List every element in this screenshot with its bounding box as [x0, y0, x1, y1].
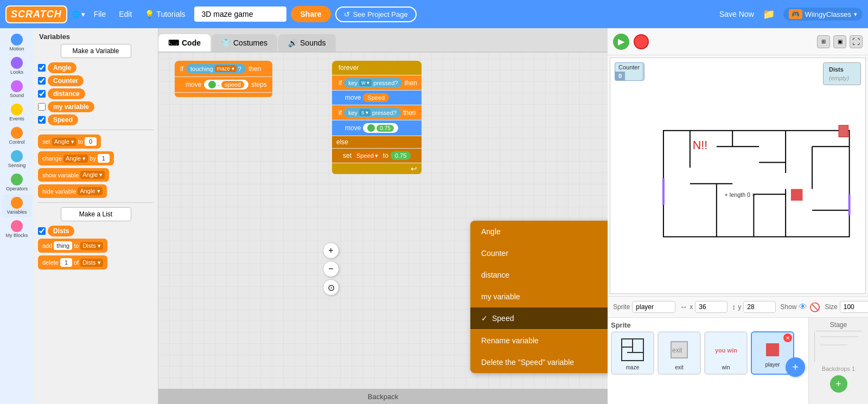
- change-var-dropdown[interactable]: Angle ▾: [63, 155, 88, 163]
- sprites-list-panel: Sprite maze: [608, 318, 808, 404]
- category-operators[interactable]: Operators: [2, 171, 32, 194]
- save-now-button[interactable]: Save Now: [719, 10, 754, 18]
- green-flag-button[interactable]: ▶: [613, 34, 629, 50]
- sprite-size-input[interactable]: [840, 301, 868, 313]
- see-project-button[interactable]: ↺ See Project Page: [335, 7, 416, 22]
- zoom-fit-button[interactable]: ⊙: [323, 279, 339, 296]
- add-backdrop-button[interactable]: +: [830, 375, 847, 393]
- sprite-x-input[interactable]: [695, 301, 727, 313]
- ctx-speed[interactable]: ✓ Speed: [470, 307, 608, 329]
- category-control[interactable]: Control: [2, 125, 32, 147]
- var-badge-angle[interactable]: Angle: [48, 62, 76, 73]
- make-list-button[interactable]: Make a List: [61, 207, 131, 221]
- ctx-rename[interactable]: Rename variable: [470, 329, 608, 351]
- var-row-myvariable: my variable: [38, 101, 154, 112]
- show-var-block[interactable]: show variable Angle ▾: [38, 168, 109, 182]
- scratch-logo[interactable]: SCRATCH: [5, 5, 67, 23]
- file-menu[interactable]: File: [90, 8, 111, 21]
- var-checkbox-counter[interactable]: [38, 77, 46, 85]
- category-sound[interactable]: Sound: [2, 78, 32, 100]
- globe-icon: 🌐: [72, 10, 80, 18]
- stop-button[interactable]: [634, 34, 649, 49]
- project-name-input[interactable]: [194, 7, 286, 22]
- delete-list-dropdown[interactable]: Dists ▾: [80, 259, 103, 267]
- user-menu[interactable]: 🎮 WiingyClasses ▾: [783, 8, 863, 21]
- category-events[interactable]: Events: [2, 101, 32, 124]
- move-075-block[interactable]: move 0.75: [332, 120, 422, 136]
- add-sprite-button[interactable]: +: [786, 357, 805, 377]
- delete-from-list-block[interactable]: delete 1 of Dists ▾: [38, 255, 107, 270]
- var-badge-counter[interactable]: Counter: [48, 75, 84, 86]
- set-speed-block[interactable]: set Speed ▾ to 0.75: [332, 149, 422, 163]
- show-var-dropdown[interactable]: Angle ▾: [80, 171, 105, 179]
- category-variables[interactable]: Variables: [2, 195, 32, 217]
- var-checkbox-angle[interactable]: [38, 64, 46, 72]
- block-group-touching: if touching maze ▾ ? then move - speed: [175, 61, 272, 97]
- ctx-distance[interactable]: distance: [470, 264, 608, 286]
- hide-var-block[interactable]: hide variable Angle ▾: [38, 184, 107, 198]
- else-block: else: [332, 136, 422, 148]
- var-badge-speed[interactable]: Speed: [48, 114, 78, 125]
- sprite-thumb-maze[interactable]: maze: [611, 331, 654, 375]
- list-badge-dists[interactable]: Dists: [48, 226, 74, 236]
- forever-block[interactable]: forever: [332, 61, 422, 75]
- sprite-name-input[interactable]: [632, 301, 675, 313]
- context-menu: Angle Counter distance my variable ✓ Spe…: [470, 221, 608, 373]
- var-badge-distance[interactable]: distance: [48, 88, 85, 99]
- ctx-angle[interactable]: Angle: [470, 221, 608, 242]
- sprite-thumb-win[interactable]: you win win: [704, 331, 748, 375]
- folder-icon[interactable]: 📁: [763, 8, 775, 20]
- ctx-delete[interactable]: Delete the "Speed" variable: [470, 351, 608, 373]
- add-to-list-block[interactable]: add thing to Dists ▾: [38, 239, 107, 253]
- touching-block[interactable]: touching maze ▾ ?: [186, 64, 246, 73]
- key-s-block[interactable]: if key s ▾ pressed? then: [332, 105, 422, 120]
- change-block[interactable]: change Angle ▾ by 1: [38, 151, 114, 165]
- add-list-dropdown[interactable]: Dists ▾: [80, 242, 103, 250]
- stage-thumb[interactable]: [814, 331, 863, 363]
- var-checkbox-speed[interactable]: [38, 116, 46, 124]
- zoom-out-button[interactable]: −: [323, 261, 339, 277]
- change-block-row: change Angle ▾ by 1: [38, 151, 154, 165]
- svg-rect-16: [791, 189, 803, 201]
- tutorials-btn[interactable]: 💡 Tutorials: [141, 8, 189, 21]
- tab-code[interactable]: ⌨ Code: [158, 34, 210, 52]
- key-w-block[interactable]: if key w ▾ pressed? then: [332, 75, 422, 90]
- small-stage-button[interactable]: ⊞: [817, 35, 830, 48]
- sprite-thumb-exit[interactable]: exit exit: [658, 331, 701, 375]
- var-checkbox-myvariable[interactable]: [38, 103, 46, 111]
- ctx-myvariable[interactable]: my variable: [470, 286, 608, 307]
- hide-icon[interactable]: 🚫: [809, 302, 820, 312]
- list-checkbox-dists[interactable]: [38, 227, 46, 235]
- backpack-bar[interactable]: Backpack: [158, 389, 608, 404]
- move-speed-blue-block[interactable]: move Speed: [332, 91, 422, 105]
- category-looks[interactable]: Looks: [2, 55, 32, 77]
- stage-controls: ▶ ⊞ ▣ ⛶: [608, 28, 868, 55]
- share-button[interactable]: Share: [291, 6, 331, 22]
- tab-sounds[interactable]: 🔊 Sounds: [278, 34, 335, 52]
- show-var-block-row: show variable Angle ▾: [38, 168, 154, 182]
- panel-title: Variables: [38, 33, 154, 41]
- make-variable-button[interactable]: Make a Variable: [61, 44, 131, 58]
- sprite-y-input[interactable]: [743, 301, 776, 313]
- var-badge-myvariable[interactable]: my variable: [48, 101, 94, 112]
- zoom-in-button[interactable]: +: [323, 242, 339, 259]
- var-checkbox-distance[interactable]: [38, 90, 46, 98]
- see-project-icon: ↺: [344, 10, 350, 18]
- ctx-counter[interactable]: Counter: [470, 242, 608, 264]
- edit-menu[interactable]: Edit: [114, 8, 136, 21]
- if-touching-block[interactable]: if touching maze ▾ ? then: [175, 61, 272, 76]
- sprite-delete-player[interactable]: ✕: [783, 334, 792, 342]
- fullscreen-button[interactable]: ⛶: [850, 35, 863, 48]
- set-var-dropdown[interactable]: Angle ▾: [52, 138, 76, 146]
- category-sensing[interactable]: Sensing: [2, 148, 32, 170]
- globe-menu[interactable]: 🌐 ▾: [72, 10, 85, 18]
- normal-stage-button[interactable]: ▣: [833, 35, 846, 48]
- set-block[interactable]: set Angle ▾ to 0: [38, 134, 101, 149]
- category-motion[interactable]: Motion: [2, 31, 32, 54]
- blocks-canvas: if touching maze ▾ ? then move - speed: [158, 53, 608, 389]
- show-eye-icon[interactable]: 👁: [799, 302, 807, 312]
- tab-costumes[interactable]: 👕 Costumes: [212, 34, 277, 52]
- hide-var-dropdown[interactable]: Angle ▾: [78, 187, 102, 195]
- category-myblocks[interactable]: My Blocks: [2, 218, 32, 240]
- move-speed-block[interactable]: move - speed steps: [175, 77, 272, 92]
